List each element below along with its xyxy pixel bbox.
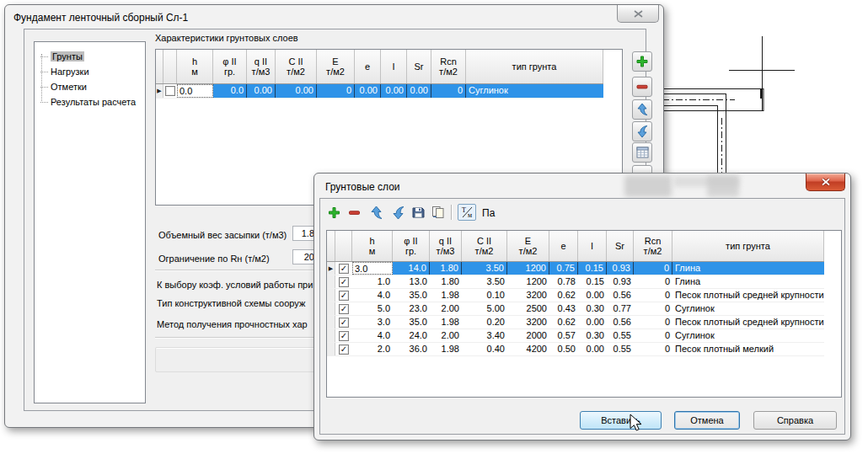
cell-q[interactable]: 1.98 [430,289,462,302]
cell-sr[interactable]: 0.77 [607,302,634,315]
cell-sr[interactable]: 0.55 [607,343,634,355]
row-checkbox[interactable] [163,84,177,98]
cell-e-mod[interactable]: 3200 [507,289,549,302]
cell-q[interactable]: 1.98 [430,316,462,328]
cell-c[interactable]: 3.50 [462,275,507,288]
cell-h[interactable]: 4.0 [352,329,393,342]
tree-item-label[interactable]: Отметки [51,82,87,92]
cell-e[interactable]: 0.75 [549,262,578,275]
cell-type[interactable]: Песок плотный средней крупности [672,316,824,328]
tree-item-grunty[interactable]: Грунты [38,49,145,64]
cell-c[interactable]: 3.50 [462,262,507,275]
cell-sr[interactable]: 0.93 [607,275,634,288]
toolbar-add-button[interactable] [325,204,342,221]
cell-rcn[interactable]: 0 [634,329,672,342]
cell-sr[interactable]: 0.56 [607,316,634,328]
layers-table-button[interactable] [632,142,652,163]
cell-rcn[interactable]: 0 [431,84,466,98]
cell-e[interactable]: 0.62 [549,289,578,302]
cell-phi[interactable]: 13.0 [393,275,430,288]
row-checkbox[interactable]: ✓ [335,289,352,302]
soil-layer-row[interactable]: ✓ 4.0 24.0 2.00 3.40 2000 0.57 0.30 0.55… [327,329,824,343]
cell-phi[interactable]: 24.0 [393,329,430,342]
cell-type[interactable]: Песок плотный мелкий [672,343,824,355]
cell-i[interactable]: 0.15 [578,262,607,275]
cell-rcn[interactable]: 0 [634,343,672,355]
cell-rcn[interactable]: 0 [634,316,672,328]
cancel-button[interactable]: Отмена [674,411,740,430]
cell-phi[interactable]: 0.0 [213,84,247,98]
cell-i[interactable]: 0.15 [578,275,607,288]
cell-phi[interactable]: 35.0 [393,316,430,328]
cell-e-mod[interactable]: 2500 [507,302,549,315]
cell-sr[interactable]: 0.93 [607,262,634,275]
cell-rcn[interactable]: 0 [634,289,672,302]
cell-type[interactable]: Песок плотный средней крупности [672,289,824,302]
cell-type[interactable]: Суглинок [672,302,824,315]
cell-q[interactable]: 1.80 [430,262,462,275]
cell-h[interactable]: 5.0 [352,302,393,315]
cell-e-mod[interactable]: 3200 [507,316,549,328]
soil-layer-row[interactable]: ▶ ✓ 3.0 14.0 1.80 3.50 1200 0.75 0.15 0.… [327,262,824,275]
option-strength-method[interactable]: Метод получения прочностных хар [157,319,308,329]
cell-i[interactable]: 0.00 [578,343,607,355]
cell-phi[interactable]: 23.0 [393,302,430,315]
cell-type[interactable]: Суглинок [466,84,603,98]
table-row[interactable]: ▶ 0.0 0.0 0.00 0.00 0 0.00 0.00 0.00 0 С… [156,84,603,99]
cell-i[interactable]: 0.30 [578,302,607,315]
cell-rcn[interactable]: 0 [634,302,672,315]
option-work-conditions[interactable]: К выбору коэф. условий работы при [157,280,313,290]
cell-i[interactable]: 0.00 [578,289,607,302]
cell-q[interactable]: 1.98 [430,343,462,355]
row-checkbox[interactable]: ✓ [335,275,352,288]
tree-item-rezultaty[interactable]: Результаты расчета [38,94,145,109]
row-checkbox[interactable]: ✓ [335,262,352,275]
cell-sr[interactable]: 0.56 [607,289,634,302]
move-down-button[interactable] [632,121,652,142]
cell-c[interactable]: 0.10 [462,289,507,302]
insert-button[interactable]: Вставить [580,411,662,430]
toolbar-remove-button[interactable] [346,204,362,221]
row-checkbox[interactable]: ✓ [335,316,352,328]
cell-c[interactable]: 0.40 [462,343,507,355]
option-structural-scheme[interactable]: Тип конструктивной схемы сооруж [157,298,305,308]
cell-h-input[interactable]: 0.0 [177,84,213,98]
row-checkbox[interactable]: ✓ [335,302,352,315]
soil-layer-row[interactable]: ✓ 1.0 13.0 1.80 3.50 1200 0.78 0.15 0.93… [327,275,824,289]
units-toggle-button[interactable]: Тм [458,204,476,221]
cell-e[interactable]: 0.57 [549,329,578,342]
cell-type[interactable]: Суглинок [672,329,824,342]
cell-phi[interactable]: 36.0 [393,343,430,355]
cell-c[interactable]: 0.20 [462,316,507,328]
cell-i[interactable]: 0.00 [578,316,607,328]
soil-layer-row[interactable]: ✓ 3.0 35.0 1.98 0.20 3200 0.62 0.00 0.56… [327,316,824,329]
tree-item-label[interactable]: Результаты расчета [51,97,136,107]
cell-e[interactable]: 0.62 [549,316,578,328]
cell-type[interactable]: Глина [672,275,824,288]
cell-rcn[interactable]: 0 [634,275,672,288]
cell-e-mod[interactable]: 4200 [507,343,549,355]
cell-e[interactable]: 0.78 [549,275,578,288]
cell-h-input[interactable]: 3.0 [352,262,393,275]
cell-e-mod[interactable]: 2000 [507,329,549,342]
cell-h[interactable]: 1.0 [352,275,393,288]
cell-h[interactable]: 3.0 [352,316,393,328]
cell-c[interactable]: 0.00 [276,84,317,98]
layers-close-button[interactable] [806,174,845,191]
toolbar-move-down-button[interactable] [389,204,406,221]
tree-item-otmetki[interactable]: Отметки [38,79,145,94]
cell-type[interactable]: Глина [672,262,824,275]
toolbar-move-up-button[interactable] [367,204,384,221]
cell-c[interactable]: 5.00 [462,302,507,315]
row-checkbox[interactable]: ✓ [335,329,352,342]
cell-phi[interactable]: 14.0 [393,262,430,275]
remove-row-button[interactable] [632,77,652,97]
cell-sr[interactable]: 0.55 [607,329,634,342]
tree-item-label[interactable]: Грунты [51,51,84,61]
cell-q[interactable]: 1.80 [430,275,462,288]
cell-i[interactable]: 0.30 [578,329,607,342]
cell-phi[interactable]: 35.0 [393,289,430,302]
help-button[interactable]: Справка [753,411,837,430]
tree-item-nagruzki[interactable]: Нагрузки [38,64,145,79]
add-row-button[interactable] [632,51,652,72]
